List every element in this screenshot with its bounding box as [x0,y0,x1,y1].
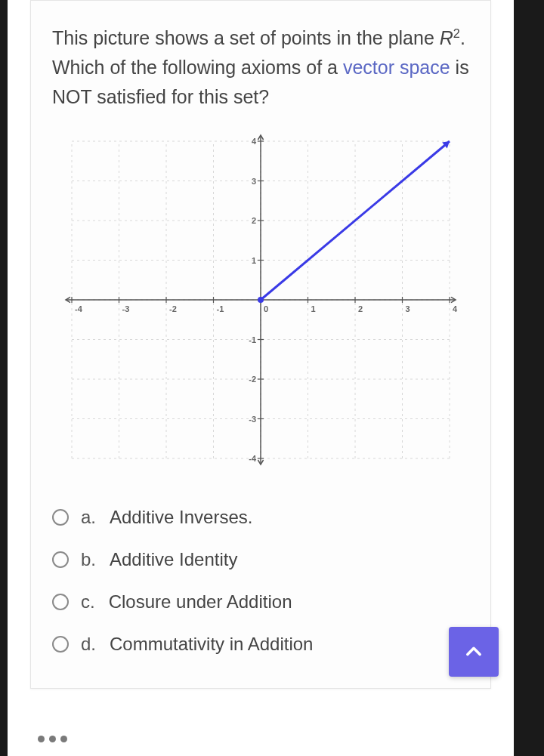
svg-text:4: 4 [453,304,458,313]
option-letter: d. [81,634,96,655]
svg-text:3: 3 [406,304,410,313]
radio-icon[interactable] [52,636,69,653]
option-text: Additive Inverses. [110,507,252,528]
option-text: Additive Identity [110,549,237,570]
option-letter: b. [81,549,96,570]
svg-point-54 [258,297,264,303]
svg-text:-3: -3 [122,304,130,313]
svg-text:-1: -1 [249,335,256,344]
question-part1: This picture shows a set of points in th… [52,27,440,48]
option-text: Commutativity in Addition [110,634,313,655]
svg-text:4: 4 [252,137,257,146]
svg-text:2: 2 [358,304,363,313]
svg-text:-1: -1 [217,304,224,313]
options-list: a.Additive Inverses.b.Additive Identityc… [52,496,469,665]
svg-text:-2: -2 [169,304,177,313]
math-sup: 2 [453,26,460,40]
svg-text:-2: -2 [249,375,256,384]
radio-icon[interactable] [52,551,69,568]
radio-icon[interactable] [52,594,69,610]
svg-text:-4: -4 [75,304,83,313]
option-letter: a. [81,507,96,528]
chart-svg: -4-3-2-101234-4-3-2-11234 [57,126,465,474]
loading-dots [38,736,67,742]
question-card: This picture shows a set of points in th… [30,0,491,689]
question-text: This picture shows a set of points in th… [52,23,469,111]
option-a[interactable]: a.Additive Inverses. [52,496,469,538]
scroll-top-button[interactable] [449,627,499,677]
edit-pen-icon[interactable] [473,726,499,751]
svg-text:3: 3 [252,177,256,186]
svg-text:0: 0 [264,304,268,313]
option-b[interactable]: b.Additive Identity [52,538,469,581]
svg-point-55 [477,745,479,747]
svg-text:1: 1 [311,304,316,313]
radio-icon[interactable] [52,509,69,526]
option-letter: c. [81,591,95,613]
coordinate-plane-chart: -4-3-2-101234-4-3-2-11234 [57,126,465,474]
chevron-up-icon [463,641,484,662]
vector-space-link[interactable]: vector space [343,57,450,78]
option-c[interactable]: c.Closure under Addition [52,581,469,623]
svg-text:-4: -4 [249,454,257,463]
option-d[interactable]: d.Commutativity in Addition [52,623,469,665]
svg-text:2: 2 [252,216,256,225]
option-text: Closure under Addition [109,591,292,613]
svg-text:1: 1 [252,256,256,265]
math-r: R [440,27,453,48]
svg-text:-3: -3 [249,415,256,424]
